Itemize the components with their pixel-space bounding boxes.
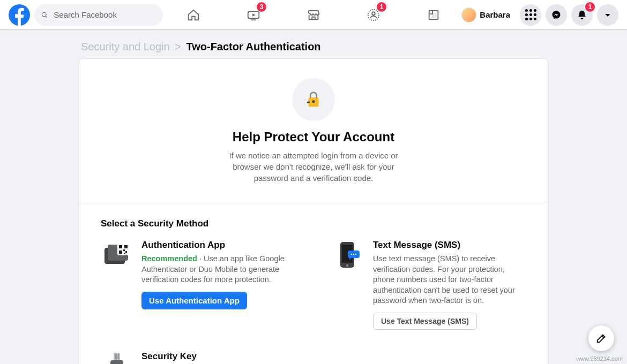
- method-authentication-app: Authentication App Recommended · Use an …: [101, 240, 295, 330]
- bell-icon: [577, 10, 587, 20]
- hero-title: Help Protect Your Account: [92, 130, 535, 145]
- search-input[interactable]: [53, 10, 156, 20]
- methods-grid: Authentication App Recommended · Use an …: [101, 240, 526, 364]
- breadcrumb: Security and Login > Two-Factor Authenti…: [81, 41, 548, 53]
- compose-icon: [595, 332, 607, 344]
- use-authentication-app-button[interactable]: Use Authentication App: [141, 292, 247, 309]
- nav-gaming[interactable]: [406, 0, 461, 29]
- profile-name: Barbara: [480, 10, 510, 19]
- compose-fab[interactable]: [588, 325, 614, 351]
- svg-point-0: [42, 12, 46, 17]
- friends-badge: 1: [377, 2, 386, 12]
- svg-rect-15: [124, 245, 128, 248]
- top-bar: 3 1 Barbara 1: [0, 0, 627, 30]
- svg-point-24: [351, 254, 353, 255]
- gaming-icon: [427, 8, 441, 22]
- method-sms: Text Message (SMS) Use text message (SMS…: [332, 240, 526, 330]
- menu-button[interactable]: [520, 4, 541, 26]
- lock-hero-icon: [292, 78, 335, 121]
- hero-section: Help Protect Your Account If we notice a…: [79, 59, 548, 202]
- svg-rect-18: [125, 251, 127, 253]
- sms-title: Text Message (SMS): [373, 240, 526, 251]
- svg-rect-19: [124, 253, 125, 254]
- breadcrumb-parent[interactable]: Security and Login: [81, 41, 170, 52]
- svg-rect-17: [123, 249, 125, 251]
- nav-watch[interactable]: 3: [226, 0, 281, 29]
- breadcrumb-separator: >: [175, 41, 181, 52]
- watch-badge: 3: [257, 2, 266, 12]
- facebook-logo[interactable]: [9, 4, 30, 26]
- avatar: [461, 7, 476, 22]
- top-left: [9, 4, 169, 26]
- svg-rect-31: [110, 360, 123, 364]
- messenger-button[interactable]: [546, 4, 567, 26]
- svg-point-5: [372, 12, 375, 15]
- chevron-down-icon: [602, 10, 613, 20]
- breadcrumb-current: Two-Factor Authentication: [186, 41, 320, 52]
- svg-rect-10: [307, 102, 310, 103]
- account-dropdown-button[interactable]: [597, 4, 618, 26]
- watermark: www.989214.com: [576, 355, 623, 362]
- nav-friends[interactable]: 1: [346, 0, 401, 29]
- nav-home[interactable]: [166, 0, 221, 29]
- sms-icon: [332, 240, 364, 272]
- svg-line-1: [46, 16, 47, 17]
- auth-app-icon: [101, 240, 133, 272]
- auth-app-title: Authentication App: [141, 240, 295, 251]
- svg-point-26: [355, 254, 357, 255]
- security-key-icon: [101, 351, 133, 364]
- profile-chip[interactable]: Barbara: [459, 5, 516, 25]
- sms-desc: Use text message (SMS) to receive verifi…: [373, 254, 526, 306]
- nav-marketplace[interactable]: [286, 0, 341, 29]
- auth-app-desc: Recommended · Use an app like Google Aut…: [141, 254, 295, 285]
- svg-point-22: [346, 264, 348, 267]
- svg-point-9: [312, 100, 315, 103]
- use-text-message-button[interactable]: Use Text Message (SMS): [373, 313, 477, 330]
- recommended-label: Recommended: [141, 254, 197, 263]
- marketplace-icon: [307, 8, 320, 22]
- home-icon: [186, 8, 200, 22]
- search-bar[interactable]: [34, 4, 163, 26]
- menu-icon: [525, 9, 536, 20]
- hero-subtitle: If we notice an attempted login from a d…: [228, 150, 399, 184]
- security-key-title: Security Key: [141, 351, 295, 362]
- two-factor-card: Help Protect Your Account If we notice a…: [79, 58, 548, 364]
- top-right: Barbara 1: [459, 4, 618, 26]
- page-content: Security and Login > Two-Factor Authenti…: [79, 30, 548, 364]
- svg-rect-14: [119, 245, 122, 248]
- search-icon: [41, 11, 48, 19]
- top-nav: 3 1: [166, 0, 461, 29]
- methods-heading: Select a Security Method: [101, 218, 526, 229]
- svg-rect-16: [119, 251, 122, 254]
- notifications-button[interactable]: 1: [571, 4, 593, 26]
- messenger-icon: [551, 10, 562, 20]
- notifications-badge: 1: [585, 2, 595, 12]
- method-security-key: Security Key Use a physical security key…: [101, 351, 295, 364]
- methods-section: Select a Security Method Authentication …: [79, 202, 548, 364]
- svg-point-25: [353, 254, 355, 255]
